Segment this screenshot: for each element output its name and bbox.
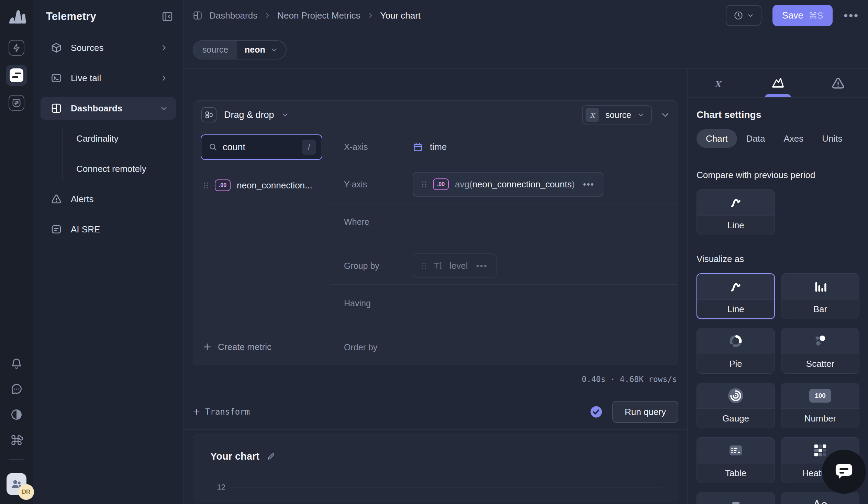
statistic-dashes-icon <box>729 501 743 504</box>
sidebar-item-sources[interactable]: Sources <box>41 37 176 59</box>
y-axis-row[interactable]: Y-axis .00 avg(neon_connection_counts) •… <box>330 165 678 204</box>
tab-chart[interactable]: Chart <box>696 129 737 148</box>
search-shortcut-kbd: / <box>302 140 316 155</box>
notifications-bell-icon[interactable] <box>10 358 23 370</box>
chevron-down-icon <box>271 47 278 53</box>
add-transform-button[interactable]: Transform <box>193 407 250 417</box>
chevron-right-icon <box>160 74 168 82</box>
edit-pencil-icon[interactable] <box>266 452 275 461</box>
metric-list-item[interactable]: .00 neon_connection... <box>204 176 323 195</box>
app-title: Telemetry <box>46 10 96 23</box>
sidebar-item-alerts[interactable]: Alerts <box>41 188 176 210</box>
order-by-row[interactable]: Order by <box>330 329 678 366</box>
group-by-value: level <box>450 260 468 271</box>
breadcrumb-current: Your chart <box>380 10 421 21</box>
sidebar-nav: Sources Live tail Dashboards Cardinality… <box>33 33 184 244</box>
where-row[interactable]: Where <box>330 204 678 247</box>
collapse-panel-chevron-icon[interactable] <box>661 110 670 119</box>
app-logo-icon[interactable] <box>7 8 26 27</box>
drag-drop-icon <box>202 107 217 122</box>
user-avatar[interactable]: DR <box>7 473 27 495</box>
app-window: DR Telemetry Sources Live tail Dashboard… <box>0 0 868 504</box>
viz-option-number[interactable]: 100 Number <box>781 383 859 428</box>
sidebar: Telemetry Sources Live tail Dashboards <box>33 0 184 504</box>
drag-handle-icon[interactable] <box>422 262 427 269</box>
chat-widget-button[interactable] <box>822 450 866 494</box>
bar-chart-icon <box>813 280 827 293</box>
theme-contrast-icon[interactable] <box>10 409 23 421</box>
y-axis-field-pill[interactable]: .00 avg(neon_connection_counts) ••• <box>413 172 603 197</box>
tab-axes[interactable]: Axes <box>775 129 813 148</box>
x-axis-value: time <box>430 142 447 152</box>
having-row[interactable]: Having <box>330 285 678 329</box>
group-by-field-pill[interactable]: level ••• <box>413 253 497 278</box>
chart-mountain-icon <box>771 76 785 90</box>
tab-data[interactable]: Data <box>737 129 775 148</box>
y-axis-expression: avg(neon_connection_counts) <box>455 179 575 190</box>
compare-line-option[interactable]: Line <box>696 189 775 235</box>
viz-option-bar[interactable]: Bar <box>781 273 859 319</box>
settings-title: Chart settings <box>696 109 859 120</box>
drag-handle-icon[interactable] <box>422 181 427 188</box>
tab-warnings[interactable] <box>808 69 868 97</box>
viz-option-scatter[interactable]: Scatter <box>781 328 859 374</box>
metric-type-badge: .00 <box>433 178 449 190</box>
alert-triangle-icon <box>51 194 62 205</box>
where-label: Where <box>344 217 413 227</box>
feedback-chat-icon[interactable] <box>10 383 23 395</box>
settings-rail-button[interactable] <box>9 95 24 111</box>
save-shortcut: ⌘S <box>809 11 823 21</box>
viz-option-gauge[interactable]: Gauge <box>696 383 775 428</box>
sidebar-item-cardinality[interactable]: Cardinality <box>63 127 176 150</box>
collapse-sidebar-icon[interactable] <box>162 11 173 22</box>
search-icon <box>208 142 218 152</box>
chevron-down-icon <box>638 111 644 118</box>
telemetry-rail-button[interactable] <box>6 65 27 86</box>
chevron-down-icon <box>747 12 754 19</box>
shortcuts-command-icon[interactable] <box>10 434 23 446</box>
group-by-row[interactable]: Group by level ••• <box>330 247 678 285</box>
line-wave-icon <box>729 196 743 209</box>
sidebar-item-label: Alerts <box>71 194 93 205</box>
filter-value: neon <box>245 45 265 55</box>
dataset-select[interactable]: x source <box>582 105 652 124</box>
heatmap-icon <box>813 443 827 457</box>
viz-label: Scatter <box>782 354 859 373</box>
viz-option-statistic[interactable] <box>696 492 775 504</box>
metric-list-panel: / .00 neon_connection... <box>193 129 330 365</box>
dashboards-grid-icon <box>51 103 62 114</box>
chevron-right-icon <box>264 12 270 19</box>
pie-chart-icon <box>729 334 743 348</box>
sidebar-item-ai-sre[interactable]: AI SRE <box>41 218 176 241</box>
run-query-button[interactable]: Run query <box>612 401 678 423</box>
breadcrumb-dashboard-name[interactable]: Neon Project Metrics <box>277 10 360 21</box>
flows-button[interactable] <box>9 40 24 56</box>
viz-option-pie[interactable]: Pie <box>696 328 775 374</box>
sidebar-item-connect-remotely[interactable]: Connect remotely <box>63 157 176 180</box>
variable-x-icon: x <box>714 76 721 90</box>
sidebar-item-label: Cardinality <box>76 133 118 144</box>
query-mode-selector[interactable]: Drag & drop <box>202 107 289 122</box>
create-metric-button[interactable]: Create metric <box>193 329 330 365</box>
viz-option-text[interactable]: Aa <box>781 492 859 504</box>
viz-option-line[interactable]: Line <box>696 273 775 319</box>
chart-title: Your chart <box>210 451 259 462</box>
sidebar-item-label: Sources <box>71 43 103 53</box>
metric-search-input[interactable] <box>218 142 302 153</box>
sidebar-item-live-tail[interactable]: Live tail <box>41 67 176 89</box>
save-button[interactable]: Save ⌘S <box>773 5 833 26</box>
viz-option-table[interactable]: Table <box>696 437 775 483</box>
sidebar-item-dashboards[interactable]: Dashboards <box>41 97 176 120</box>
tab-units[interactable]: Units <box>813 129 851 148</box>
x-axis-row[interactable]: X-axis time <box>330 129 678 165</box>
source-filter-chip[interactable]: source neon <box>193 40 287 60</box>
tab-variables[interactable]: x <box>688 69 748 97</box>
time-range-button[interactable] <box>726 5 762 26</box>
breadcrumb-dashboards[interactable]: Dashboards <box>209 10 257 21</box>
chevron-down-icon <box>160 104 168 112</box>
drag-handle-icon[interactable] <box>204 182 209 189</box>
chart-gridline <box>231 487 661 487</box>
tab-chart-settings[interactable] <box>748 69 808 97</box>
chart-settings-panel: x Chart settings Chart Data Axes <box>687 69 868 504</box>
sidebar-item-label: Dashboards <box>71 103 122 114</box>
